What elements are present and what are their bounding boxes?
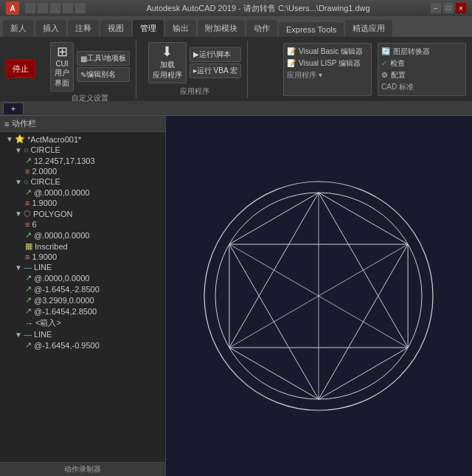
tree-item[interactable]: ↗ @-1.6454,-2.8500 (0, 283, 165, 294)
tree-expand-icon: ▼ (15, 146, 22, 154)
vlisp-icon: 📝 (287, 59, 296, 67)
tab-addons[interactable]: 附加模块 (198, 20, 245, 37)
tree-item-label: 6 (32, 220, 36, 229)
tree-item-icon: ↗ (25, 273, 32, 283)
ribbon-tabs: 新人 插入 注释 视图 管理 输出 附加模块 动作 Express Tools … (0, 16, 472, 37)
canvas-tab-plus[interactable]: + (3, 103, 24, 114)
tree-item-icon: → (25, 319, 33, 328)
tree-item-icon: — (24, 330, 32, 339)
vba-label: 运行 VBA 宏 (197, 66, 237, 76)
edit-alias-btn[interactable]: ✎ 编辑别名 (77, 67, 130, 82)
layer-label[interactable]: 图层转换器 (393, 46, 430, 57)
load-sublabel: 应用程序 (153, 70, 182, 80)
cui-button[interactable]: ⊞ CUI 用户 界面 (50, 42, 74, 92)
maximize-btn[interactable]: □ (443, 3, 454, 13)
drawing-canvas-area[interactable] (166, 116, 472, 476)
tab-annotation[interactable]: 注释 (68, 20, 99, 37)
action-tree: ▼⭐ *ActMacro001*▼○ CIRCLE↗ 12.2457,17.13… (0, 132, 165, 462)
tab-featured[interactable]: 精选应用 (345, 20, 392, 37)
tree-item[interactable]: ↗ @-1.6454,-0.9500 (0, 339, 165, 351)
tree-item[interactable]: ▼⬡ POLYGON (0, 208, 165, 219)
toolbar-btn[interactable] (63, 3, 73, 13)
tree-item-label: Inscribed (35, 242, 68, 251)
tree-item[interactable]: ▼⭐ *ActMacro001* (0, 134, 165, 145)
tree-item[interactable]: ≡ 2.0000 (0, 166, 165, 176)
tree-item-label: @-1.6454,2.8500 (34, 307, 97, 316)
tree-expand-icon: ▼ (6, 135, 13, 143)
tree-item[interactable]: ≡ 1.9000 (0, 198, 165, 208)
ribbon-group-app: ⬇ 加载 应用程序 ▶ 运行\脚本 ▸ 运行 VBA 宏 应用程序 (142, 41, 248, 98)
tree-item[interactable]: ▦ Inscribed (0, 241, 165, 252)
tab-manage[interactable]: 管理 (133, 20, 164, 37)
tab-actions[interactable]: 动作 (246, 20, 277, 37)
window-title: Autodesk AutoCAD 2019 - 请勿转售 C:\Users...… (86, 3, 431, 14)
tree-item-label: 2.0000 (32, 167, 57, 176)
tree-item-label: @3.2909,0.0000 (34, 296, 94, 305)
panel-title-icon: ≡ (4, 120, 9, 128)
app-group-title: 应用程序 (180, 86, 209, 97)
tree-item-label: CIRCLE (31, 177, 60, 186)
tree-item-label: @-1.6454,-0.9500 (34, 341, 100, 350)
tab-xin-ren[interactable]: 新人 (3, 20, 34, 37)
cad-group-title: CAD 标准 (381, 82, 462, 92)
tree-expand-icon: ▼ (15, 263, 22, 272)
minimize-btn[interactable]: − (431, 3, 441, 13)
layer-converter-panel: 🔄 图层转换器 ✓ 检查 ⚙ 配置 CAD 标准 (378, 43, 466, 96)
tree-item[interactable]: ↗ @.0000,0.0000 (0, 272, 165, 283)
cui-label: CUI (55, 60, 68, 68)
tree-item-icon: — (24, 263, 32, 272)
panel-title: ≡ 动作栏 (0, 116, 165, 132)
tools-btn[interactable]: ▦ 工具\地项板 (77, 51, 130, 66)
cui-icon: ⊞ (57, 45, 68, 58)
vba-macro-btn[interactable]: ▸ 运行 VBA 宏 (190, 63, 241, 78)
tree-item-label: POLYGON (33, 210, 73, 218)
tree-item-label: @.0000,0.0000 (34, 274, 89, 283)
vb-label[interactable]: Visual Basic 编辑器 (299, 46, 363, 57)
config-label[interactable]: 配置 (391, 70, 406, 80)
tools-icon: ▦ (80, 55, 87, 63)
toolbar-btn[interactable] (38, 3, 48, 13)
toolbar-btn[interactable] (75, 3, 86, 13)
vb-group-title: 应用程序 ▾ (287, 70, 368, 80)
tree-item-icon: ↗ (25, 340, 32, 350)
tree-item-icon: ≡ (25, 252, 30, 261)
tab-view[interactable]: 视图 (100, 20, 131, 37)
tree-item-label: <箱入> (35, 317, 61, 328)
tree-item-icon: ↗ (25, 284, 32, 294)
tree-item[interactable]: ↗ @-1.6454,2.8500 (0, 306, 165, 317)
toolbar-btn[interactable] (50, 3, 60, 13)
canvas-tabs: + (0, 101, 472, 116)
main-area: ≡ 动作栏 ▼⭐ *ActMacro001*▼○ CIRCLE↗ 12.2457… (0, 116, 472, 476)
tab-express[interactable]: Express Tools (279, 22, 344, 37)
tree-item[interactable]: ↗ 12.2457,17.1303 (0, 155, 165, 166)
tree-item[interactable]: → <箱入> (0, 317, 165, 329)
cui-sublabel: 用户 (55, 68, 69, 78)
run-script-btn[interactable]: ▶ 运行\脚本 (190, 47, 241, 62)
close-btn[interactable]: × (456, 3, 466, 13)
tree-item[interactable]: ↗ @.0000,0.0000 (0, 187, 165, 198)
panel-bottom-label: 动作录制器 (0, 462, 165, 476)
toolbar-btn[interactable] (25, 3, 35, 13)
stop-button[interactable]: 停止 (6, 60, 35, 78)
tree-item[interactable]: ▼— LINE (0, 262, 165, 272)
vlisp-label[interactable]: Visual LISP 编辑器 (299, 58, 361, 69)
tree-item[interactable]: ≡ 6 (0, 219, 165, 230)
tree-item[interactable]: ▼— LINE (0, 329, 165, 339)
layer-icon: 🔄 (381, 47, 390, 55)
tab-insert[interactable]: 插入 (35, 20, 66, 37)
tree-item-label: CIRCLE (31, 145, 60, 154)
tree-item-label: LINE (34, 330, 52, 339)
tree-item[interactable]: ≡ 1.9000 (0, 252, 165, 262)
tree-item-icon: ≡ (25, 199, 30, 207)
tree-item[interactable]: ↗ @3.2909,0.0000 (0, 294, 165, 306)
edit-icon: ✎ (80, 71, 86, 79)
tree-item-icon: ↗ (25, 156, 32, 165)
tree-item[interactable]: ↗ @.0000,0.0000 (0, 230, 165, 241)
check-label[interactable]: 检查 (390, 58, 405, 69)
load-app-btn[interactable]: ⬇ 加载 应用程序 (148, 42, 187, 83)
tab-output[interactable]: 输出 (165, 20, 196, 37)
tree-item[interactable]: ▼○ CIRCLE (0, 176, 165, 187)
drawing-svg (166, 116, 472, 476)
tree-item[interactable]: ▼○ CIRCLE (0, 145, 165, 155)
tree-item-icon: ≡ (25, 220, 30, 229)
